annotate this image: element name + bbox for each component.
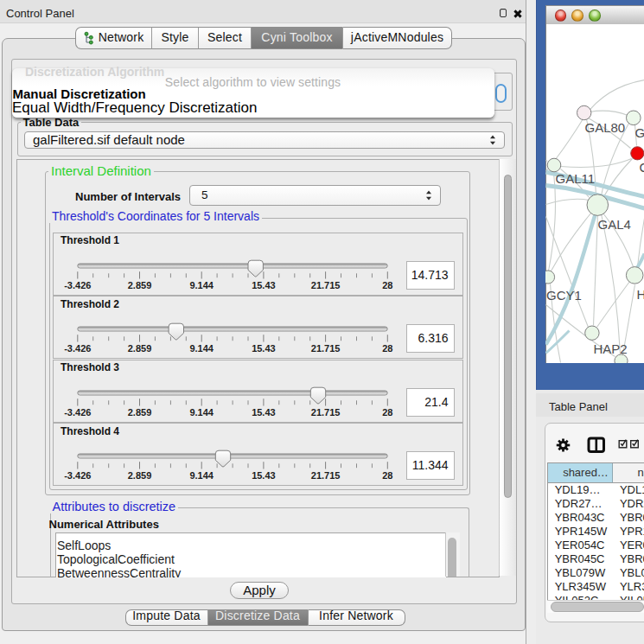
svg-text:GCY1: GCY1 [546, 287, 582, 302]
svg-text:2.859: 2.859 [128, 279, 152, 290]
svg-text:CRP: CRP [639, 159, 644, 174]
svg-text:9.144: 9.144 [189, 343, 214, 354]
svg-text:-3.426: -3.426 [64, 406, 91, 417]
svg-text:GAL11: GAL11 [555, 170, 595, 185]
svg-text:15.43: 15.43 [252, 279, 276, 290]
svg-text:9.144: 9.144 [189, 406, 214, 417]
svg-text:HAP2: HAP2 [593, 341, 627, 355]
svg-text:28: 28 [382, 343, 392, 354]
svg-text:15.43: 15.43 [252, 470, 276, 481]
svg-text:2.859: 2.859 [128, 343, 152, 354]
svg-text:21.715: 21.715 [311, 279, 341, 290]
svg-text:28: 28 [382, 406, 392, 417]
svg-text:2.859: 2.859 [128, 470, 152, 481]
svg-text:-3.426: -3.426 [64, 343, 91, 354]
svg-text:28: 28 [382, 279, 392, 290]
svg-text:2.859: 2.859 [128, 406, 152, 417]
svg-text:GAL80: GAL80 [584, 119, 625, 134]
svg-text:-3.426: -3.426 [64, 470, 91, 481]
svg-text:15.43: 15.43 [252, 406, 276, 417]
svg-text:21.715: 21.715 [311, 343, 341, 354]
svg-text:21.715: 21.715 [311, 470, 341, 481]
svg-text:9.144: 9.144 [189, 470, 214, 481]
svg-text:-3.426: -3.426 [64, 279, 91, 290]
svg-text:28: 28 [382, 470, 392, 481]
svg-text:21.715: 21.715 [311, 406, 341, 417]
svg-text:9.144: 9.144 [189, 279, 214, 290]
svg-text:15.43: 15.43 [252, 343, 276, 354]
svg-text:HAP: HAP [636, 286, 644, 301]
svg-text:GAL7: GAL7 [634, 124, 644, 139]
svg-text:GAL4: GAL4 [597, 216, 630, 231]
